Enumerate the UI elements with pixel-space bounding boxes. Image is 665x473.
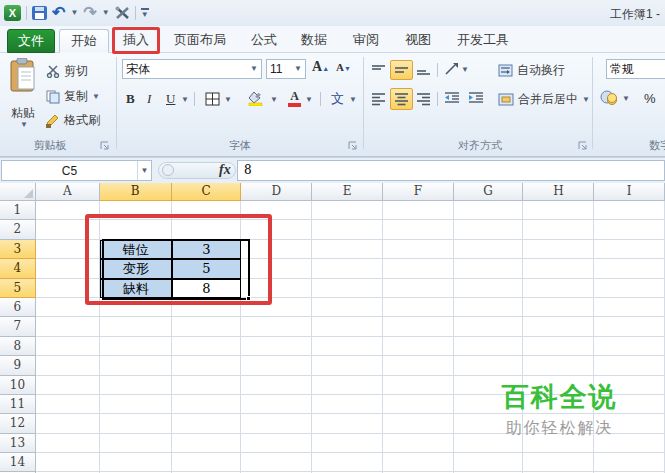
accounting-format-icon[interactable]	[600, 90, 618, 106]
cell-b14[interactable]	[100, 453, 172, 472]
cell-b13[interactable]	[100, 434, 172, 453]
cell-d11[interactable]	[241, 395, 312, 414]
merge-center-dropdown-icon[interactable]: ▼	[582, 96, 590, 104]
cell-g5[interactable]	[454, 279, 524, 298]
cell-c7[interactable]	[172, 317, 242, 336]
percent-style-button[interactable]: %	[644, 91, 656, 106]
cell-f14[interactable]	[383, 453, 454, 472]
cell-a8[interactable]	[36, 337, 100, 356]
row-header-11[interactable]: 11	[0, 395, 36, 414]
cell-b8[interactable]	[100, 337, 172, 356]
quick-access-dropdown-icon[interactable]: ▼	[141, 8, 149, 19]
cell-h9[interactable]	[523, 356, 594, 375]
cell-i5[interactable]	[594, 279, 665, 298]
formula-input[interactable]: 8	[237, 160, 665, 181]
redo-dropdown-icon[interactable]: ▼	[102, 9, 110, 17]
cell-i4[interactable]	[594, 259, 665, 278]
cell-e12[interactable]	[312, 414, 383, 433]
align-bottom-icon[interactable]	[414, 62, 433, 78]
name-box[interactable]: C5 ▼	[1, 160, 152, 181]
column-header-i[interactable]: I	[594, 183, 665, 201]
cell-f9[interactable]	[383, 356, 454, 375]
cell-h5[interactable]	[523, 279, 594, 298]
tab-page-layout[interactable]: 页面布局	[163, 29, 237, 53]
cell-g14[interactable]	[454, 453, 524, 472]
cell-d13[interactable]	[241, 434, 312, 453]
cell-f8[interactable]	[383, 337, 454, 356]
font-name-select[interactable]: 宋体 ▼	[122, 59, 262, 79]
underline-dropdown-icon[interactable]: ▼	[181, 96, 189, 104]
cell-f10[interactable]	[383, 376, 454, 395]
tab-data[interactable]: 数据	[291, 29, 337, 53]
cell-i3[interactable]	[594, 240, 665, 259]
number-format-select[interactable]: 常规	[606, 59, 665, 79]
save-icon[interactable]	[32, 6, 47, 20]
row-header-2[interactable]: 2	[0, 220, 36, 239]
cell-f12[interactable]	[383, 414, 454, 433]
redo-icon[interactable]: ↷	[83, 5, 96, 21]
cell-d12[interactable]	[241, 414, 312, 433]
font-size-select[interactable]: 11 ▼	[266, 59, 306, 79]
cell-b10[interactable]	[100, 376, 172, 395]
cell-i2[interactable]	[594, 220, 665, 239]
cell-g2[interactable]	[454, 220, 524, 239]
tab-formulas[interactable]: 公式	[241, 29, 287, 53]
cell-f6[interactable]	[383, 298, 454, 317]
row-header-14[interactable]: 14	[0, 453, 36, 472]
select-all-cell[interactable]	[0, 183, 36, 201]
cell-g4[interactable]	[454, 259, 524, 278]
column-header-f[interactable]: F	[383, 183, 454, 201]
cell-b12[interactable]	[100, 414, 172, 433]
insert-function-button[interactable]: fx	[219, 162, 231, 178]
cut-button[interactable]: 剪切	[46, 63, 88, 80]
cell-b11[interactable]	[100, 395, 172, 414]
tab-file[interactable]: 文件	[7, 29, 55, 53]
cell-e14[interactable]	[312, 453, 383, 472]
cell-e1[interactable]	[312, 201, 383, 220]
cell-e13[interactable]	[312, 434, 383, 453]
bold-button[interactable]: B	[126, 91, 135, 107]
align-right-icon[interactable]	[414, 90, 433, 108]
column-header-g[interactable]: G	[454, 183, 524, 201]
cell-i14[interactable]	[594, 453, 665, 472]
cell-g8[interactable]	[454, 337, 524, 356]
row-header-8[interactable]: 8	[0, 337, 36, 356]
align-center-icon[interactable]	[390, 88, 413, 110]
cell-c11[interactable]	[172, 395, 242, 414]
column-header-c[interactable]: C	[172, 183, 242, 201]
row-header-5[interactable]: 5	[0, 279, 36, 298]
row-header-6[interactable]: 6	[0, 298, 36, 317]
cell-e11[interactable]	[312, 395, 383, 414]
customize-toolbar-icon[interactable]	[115, 6, 130, 20]
tab-view[interactable]: 视图	[395, 29, 441, 53]
cell-f13[interactable]	[383, 434, 454, 453]
cell-h1[interactable]	[523, 201, 594, 220]
cell-c13[interactable]	[172, 434, 242, 453]
cell-d7[interactable]	[241, 317, 312, 336]
column-header-h[interactable]: H	[523, 183, 594, 201]
cell-c12[interactable]	[172, 414, 242, 433]
tab-home[interactable]: 开始	[59, 29, 109, 53]
cell-a13[interactable]	[36, 434, 100, 453]
font-dialog-launcher-icon[interactable]	[348, 141, 358, 151]
fill-color-icon[interactable]	[248, 91, 264, 106]
underline-button[interactable]: U	[166, 91, 175, 107]
cell-i8[interactable]	[594, 337, 665, 356]
undo-icon[interactable]: ↶	[52, 5, 65, 21]
borders-icon[interactable]	[205, 92, 220, 106]
cell-f1[interactable]	[383, 201, 454, 220]
tab-review[interactable]: 审阅	[343, 29, 389, 53]
paste-dropdown-icon[interactable]: ▼	[20, 121, 28, 129]
row-header-7[interactable]: 7	[0, 317, 36, 336]
accounting-dropdown-icon[interactable]: ▼	[622, 95, 630, 103]
cell-a11[interactable]	[36, 395, 100, 414]
row-header-13[interactable]: 13	[0, 434, 36, 453]
cell-h2[interactable]	[523, 220, 594, 239]
cell-e4[interactable]	[312, 259, 383, 278]
cell-e7[interactable]	[312, 317, 383, 336]
row-header-4[interactable]: 4	[0, 259, 36, 278]
font-color-icon[interactable]: A	[288, 91, 301, 107]
cell-e8[interactable]	[312, 337, 383, 356]
orientation-icon[interactable]	[444, 62, 459, 76]
excel-logo-icon[interactable]: X	[4, 5, 21, 21]
